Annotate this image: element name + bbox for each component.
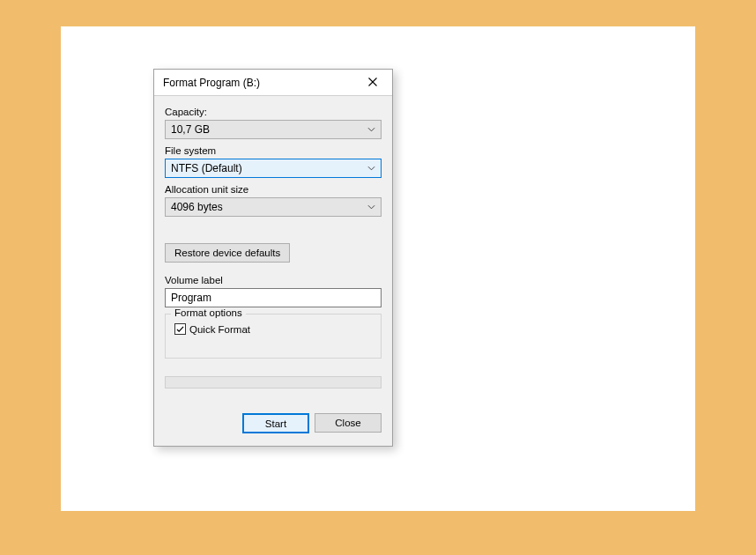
page-card: Format Program (B:) Capacity: 10,7 GB Fi… bbox=[61, 26, 695, 511]
checkmark-icon bbox=[176, 326, 184, 333]
filesystem-dropdown[interactable]: NTFS (Default) bbox=[165, 159, 382, 178]
allocation-dropdown[interactable]: 4096 bytes bbox=[165, 197, 382, 217]
filesystem-label: File system bbox=[165, 145, 382, 156]
start-button[interactable]: Start bbox=[242, 413, 309, 433]
close-icon bbox=[368, 77, 377, 89]
capacity-dropdown[interactable]: 10,7 GB bbox=[165, 120, 382, 139]
filesystem-value: NTFS (Default) bbox=[171, 162, 242, 174]
window-title: Format Program (B:) bbox=[163, 77, 260, 89]
allocation-label: Allocation unit size bbox=[165, 184, 382, 195]
titlebar: Format Program (B:) bbox=[154, 70, 392, 96]
progress-bar bbox=[165, 376, 382, 388]
format-options-group: Format options Quick Format bbox=[165, 314, 382, 359]
capacity-value: 10,7 GB bbox=[171, 123, 210, 136]
quick-format-checkbox[interactable] bbox=[174, 323, 186, 335]
chevron-down-icon bbox=[367, 166, 375, 171]
volume-label-input[interactable]: Program bbox=[165, 288, 382, 307]
close-button[interactable]: Close bbox=[315, 413, 382, 433]
chevron-down-icon bbox=[367, 204, 375, 210]
format-options-legend: Format options bbox=[171, 307, 246, 318]
restore-defaults-button[interactable]: Restore device defaults bbox=[165, 243, 290, 263]
chevron-down-icon bbox=[367, 127, 375, 132]
quick-format-row[interactable]: Quick Format bbox=[174, 323, 372, 335]
format-dialog: Format Program (B:) Capacity: 10,7 GB Fi… bbox=[153, 69, 393, 447]
button-row: Start Close bbox=[165, 413, 382, 433]
volume-label-caption: Volume label bbox=[165, 275, 382, 285]
volume-label-value: Program bbox=[171, 292, 211, 304]
dialog-body: Capacity: 10,7 GB File system NTFS (Defa… bbox=[154, 96, 392, 446]
allocation-value: 4096 bytes bbox=[171, 201, 223, 213]
capacity-label: Capacity: bbox=[165, 107, 382, 117]
close-window-button[interactable] bbox=[360, 73, 385, 92]
quick-format-label: Quick Format bbox=[189, 324, 250, 335]
